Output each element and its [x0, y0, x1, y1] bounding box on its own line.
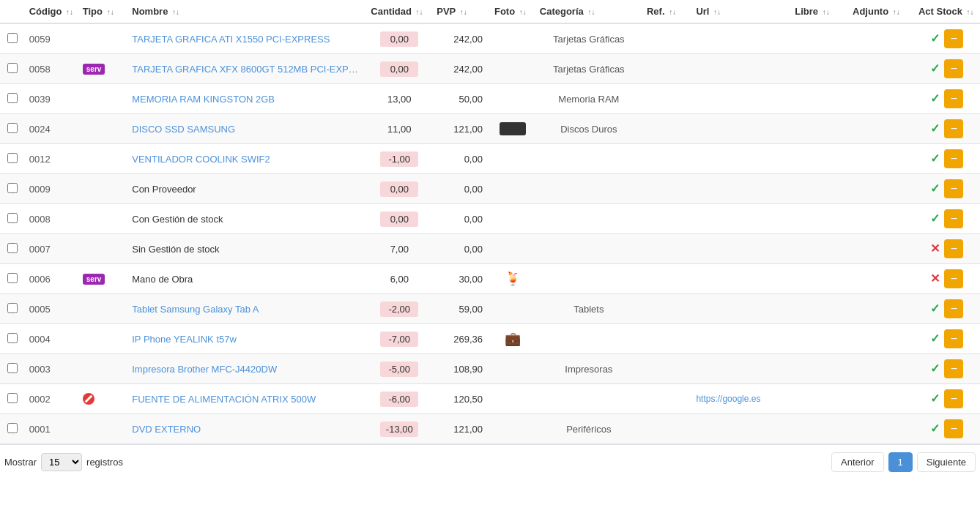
- quantity-value: -6,00: [380, 392, 418, 407]
- col-header-categoria[interactable]: Categoría ↑↓: [535, 0, 642, 23]
- row-checkbox[interactable]: [7, 123, 18, 133]
- actstock-minus-button[interactable]: −: [944, 269, 963, 288]
- row-adjunto: [848, 324, 914, 354]
- row-checkbox-cell: [0, 294, 25, 324]
- actstock-minus-button[interactable]: −: [944, 329, 963, 348]
- row-nombre[interactable]: DISCO SSD SAMSUNG: [127, 114, 366, 144]
- row-libre: [790, 54, 848, 84]
- col-header-codigo[interactable]: Código ↑↓: [25, 0, 78, 23]
- row-nombre: Con Gestión de stock: [127, 204, 366, 234]
- row-actstock: ✓−: [914, 144, 980, 174]
- row-checkbox[interactable]: [7, 423, 18, 433]
- row-libre: [790, 234, 848, 264]
- row-libre: [790, 23, 848, 54]
- row-checkbox[interactable]: [7, 153, 18, 163]
- quantity-value: 0,00: [380, 31, 418, 47]
- row-codigo: 0024: [25, 114, 78, 144]
- table-row: 0012VENTILADOR COOLINK SWIF2-1,000,00✓−: [0, 144, 980, 174]
- row-checkbox[interactable]: [7, 63, 18, 73]
- col-header-libre[interactable]: Libre ↑↓: [790, 0, 848, 23]
- row-nombre[interactable]: DVD EXTERNO: [127, 414, 366, 444]
- actstock-minus-button[interactable]: −: [944, 29, 963, 48]
- row-ref: [642, 54, 691, 84]
- col-label-adjunto: Adjunto: [853, 6, 888, 17]
- row-actstock: ✓−: [914, 54, 980, 84]
- page-1-button[interactable]: 1: [888, 452, 913, 472]
- actstock-minus-button[interactable]: −: [944, 209, 963, 228]
- row-cantidad: 0,00: [366, 174, 432, 204]
- check-red-icon: ✕: [930, 242, 940, 255]
- row-checkbox[interactable]: [7, 243, 18, 253]
- actstock-minus-button[interactable]: −: [944, 59, 963, 78]
- row-actstock: ✓−: [914, 114, 980, 144]
- row-nombre: Con Proveedor: [127, 174, 366, 204]
- pagination-nav: Anterior 1 Siguiente: [831, 452, 976, 472]
- col-header-ref[interactable]: Ref. ↑↓: [642, 0, 691, 23]
- actstock-minus-button[interactable]: −: [944, 89, 963, 108]
- col-header-actstock[interactable]: Act Stock ↑↓: [914, 0, 980, 23]
- actstock-minus-button[interactable]: −: [944, 149, 963, 168]
- row-libre: [790, 324, 848, 354]
- row-ref: [642, 23, 691, 54]
- col-header-pvp[interactable]: PVP ↑↓: [432, 0, 490, 23]
- row-nombre[interactable]: TARJETA GRAFICA ATI X1550 PCI-EXPRESS: [127, 23, 366, 54]
- row-checkbox[interactable]: [7, 303, 18, 313]
- actstock-minus-button[interactable]: −: [944, 419, 963, 438]
- row-categoria: [535, 174, 642, 204]
- row-url[interactable]: https://google.es: [691, 384, 790, 414]
- row-nombre[interactable]: Impresora Brother MFC-J4420DW: [127, 354, 366, 384]
- row-nombre[interactable]: TARJETA GRAFICA XFX 8600GT 512MB PCI-EXP…: [127, 54, 366, 84]
- table-header-row: Código ↑↓ Tipo ↑↓ Nombre ↑↓ Cantidad ↑↓ …: [0, 0, 980, 23]
- row-checkbox[interactable]: [7, 183, 18, 193]
- col-header-adjunto[interactable]: Adjunto ↑↓: [848, 0, 914, 23]
- col-header-foto[interactable]: Foto ↑↓: [490, 0, 535, 23]
- row-url: [691, 84, 790, 114]
- quantity-value: 11,00: [380, 121, 418, 137]
- next-button[interactable]: Siguiente: [917, 452, 976, 472]
- col-label-ref: Ref.: [647, 6, 665, 17]
- row-nombre[interactable]: IP Phone YEALINK t57w: [127, 324, 366, 354]
- actstock-minus-button[interactable]: −: [944, 179, 963, 198]
- row-checkbox[interactable]: [7, 363, 18, 373]
- row-tipo: [78, 384, 127, 414]
- col-header-cantidad[interactable]: Cantidad ↑↓: [366, 0, 432, 23]
- row-cantidad: 11,00: [366, 114, 432, 144]
- per-page-select[interactable]: 10152550100: [41, 453, 82, 471]
- col-header-url[interactable]: Url ↑↓: [691, 0, 790, 23]
- row-nombre: Sin Gestión de stock: [127, 234, 366, 264]
- row-categoria: [535, 264, 642, 294]
- actstock-minus-button[interactable]: −: [944, 359, 963, 378]
- row-url: [691, 234, 790, 264]
- quantity-value: -13,00: [380, 422, 418, 437]
- row-url: [691, 204, 790, 234]
- prev-button[interactable]: Anterior: [831, 452, 884, 472]
- row-url: [691, 144, 790, 174]
- row-pvp: 242,00: [432, 54, 490, 84]
- row-checkbox[interactable]: [7, 273, 18, 283]
- col-header-nombre[interactable]: Nombre ↑↓: [127, 0, 366, 23]
- row-checkbox[interactable]: [7, 333, 18, 343]
- show-label: Mostrar: [4, 457, 37, 468]
- actstock-minus-button[interactable]: −: [944, 239, 963, 258]
- table-row: 0008Con Gestión de stock0,000,00✓−: [0, 204, 980, 234]
- row-ref: [642, 264, 691, 294]
- row-categoria: Periféricos: [535, 414, 642, 444]
- row-nombre[interactable]: MEMORIA RAM KINGSTON 2GB: [127, 84, 366, 114]
- row-checkbox[interactable]: [7, 213, 18, 223]
- row-nombre[interactable]: Tablet Samsung Galaxy Tab A: [127, 294, 366, 324]
- col-header-tipo[interactable]: Tipo ↑↓: [78, 0, 127, 23]
- row-checkbox[interactable]: [7, 33, 18, 43]
- check-green-icon: ✓: [930, 62, 940, 75]
- actstock-minus-button[interactable]: −: [944, 389, 963, 408]
- table-row: 0009Con Proveedor0,000,00✓−: [0, 174, 980, 204]
- row-checkbox[interactable]: [7, 393, 18, 403]
- quantity-value: 0,00: [380, 181, 418, 197]
- row-checkbox[interactable]: [7, 93, 18, 103]
- table-row: 0001DVD EXTERNO-13,00121,00Periféricos✓−: [0, 414, 980, 444]
- row-nombre[interactable]: FUENTE DE ALIMENTACIÓN ATRIX 500W: [127, 384, 366, 414]
- quantity-value: -2,00: [380, 302, 418, 317]
- actstock-minus-button[interactable]: −: [944, 299, 963, 318]
- quantity-value: -5,00: [380, 362, 418, 377]
- row-nombre[interactable]: VENTILADOR COOLINK SWIF2: [127, 144, 366, 174]
- actstock-minus-button[interactable]: −: [944, 119, 963, 138]
